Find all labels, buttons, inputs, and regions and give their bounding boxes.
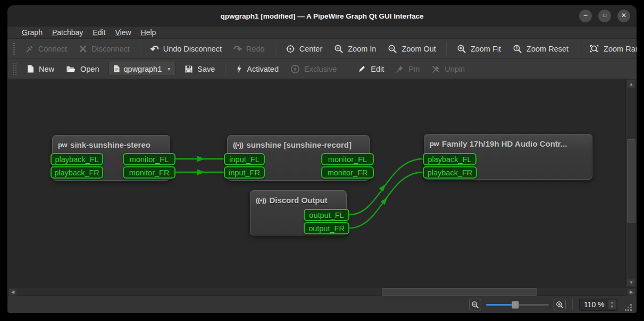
port-monitor-fr[interactable]: monitor_FR (321, 166, 374, 179)
save-button[interactable]: Save (179, 61, 221, 77)
pin-icon (396, 65, 404, 73)
patchbay-canvas[interactable]: pw sink-sunshine-stereo playback_FL play… (8, 79, 636, 287)
unpin-icon (431, 65, 440, 73)
menu-patchbay[interactable]: Patchbay (47, 27, 88, 38)
menu-graph[interactable]: Graph (17, 27, 47, 38)
new-button[interactable]: New (21, 61, 60, 77)
scroll-down-arrow-icon[interactable]: ▼ (626, 278, 636, 286)
port-playback-fl[interactable]: playback_FL (423, 153, 476, 165)
disconnect-label: Disconnect (91, 45, 130, 53)
status-bar: 110 % ▲▼ (7, 296, 637, 313)
scroll-left-arrow-icon[interactable]: ◀ (9, 288, 17, 296)
zoom-fit-button[interactable]: Zoom Fit (451, 41, 507, 57)
close-button[interactable]: ✕ (617, 10, 630, 22)
port-monitor-fl[interactable]: monitor_FL (321, 153, 374, 165)
close-icon: ✕ (621, 12, 626, 19)
undo-icon: ↶ (150, 44, 159, 54)
zoom-reset-icon (513, 44, 522, 54)
menu-edit[interactable]: Edit (88, 27, 110, 38)
port-monitor-fl[interactable]: monitor_FL (123, 153, 175, 165)
app-window: qpwgraph1 [modified] — A PipeWire Graph … (7, 5, 637, 313)
port-playback-fl[interactable]: playback_FL (51, 153, 103, 165)
vertical-scrollbar[interactable]: ▲ ▼ (625, 79, 636, 287)
scroll-up-arrow-icon[interactable]: ▲ (626, 80, 636, 88)
toolbar-separator (347, 63, 347, 75)
connect-label: Connect (38, 45, 67, 53)
zoom-percent-spinbox[interactable]: 110 % ▲▼ (579, 299, 617, 311)
edit-icon (357, 64, 366, 73)
zoom-fit-icon (457, 44, 466, 54)
port-output-fl[interactable]: output_FL (304, 209, 349, 221)
activated-button[interactable]: Activated (230, 61, 285, 77)
menu-view[interactable]: View (110, 27, 136, 38)
zoom-percent-value: 110 % (584, 300, 608, 309)
zoom-out-button[interactable]: Zoom Out (382, 41, 441, 57)
zoom-slider-fill (486, 304, 514, 306)
scroll-right-arrow-icon[interactable]: ▶ (627, 288, 635, 296)
title-bar[interactable]: qpwgraph1 [modified] — A PipeWire Graph … (7, 5, 637, 27)
port-output-fr[interactable]: output_FR (304, 222, 349, 234)
open-button[interactable]: Open (60, 61, 105, 77)
port-monitor-fr[interactable]: monitor_FR (123, 166, 175, 179)
zoom-out-icon (388, 44, 397, 54)
menu-help[interactable]: Help (136, 27, 161, 38)
port-input-fr[interactable]: input_FR (224, 166, 265, 179)
port-playback-fr[interactable]: playback_FR (51, 166, 103, 179)
port-input-fl[interactable]: input_FL (224, 153, 265, 165)
zoom-in-button[interactable]: Zoom In (328, 41, 382, 57)
patchbay-combobox[interactable]: qpwgraph1 ▾ (108, 62, 176, 76)
new-file-icon (27, 64, 35, 73)
spinbox-arrows[interactable]: ▲▼ (608, 300, 616, 309)
connect-button[interactable]: Connect (19, 41, 73, 57)
connect-icon (25, 45, 34, 54)
zoom-slider-handle[interactable] (512, 301, 519, 309)
zoom-reset-button[interactable]: Zoom Reset (507, 41, 574, 57)
graph-area[interactable]: pw sink-sunshine-stereo playback_FL play… (8, 79, 625, 287)
minimize-icon: – (584, 12, 588, 19)
node-title: sunshine [sunshine-record] (246, 140, 352, 149)
spin-down-icon[interactable]: ▼ (610, 305, 614, 309)
node-title: Discord Output (269, 196, 327, 205)
unpin-button[interactable]: Unpin (425, 61, 471, 77)
redo-button[interactable]: ↷ Redo (228, 41, 271, 57)
undo-label: Undo Disconnect (163, 45, 222, 53)
horizontal-scrollbar[interactable]: ◀ ▶ (8, 287, 636, 296)
port-playback-fr[interactable]: playback_FR (423, 166, 477, 179)
zoom-range-label: Zoom Range (604, 45, 637, 53)
toolbar-drag-handle[interactable] (13, 43, 15, 55)
open-label: Open (80, 65, 99, 73)
resize-grip[interactable] (624, 303, 632, 311)
patchbay-combobox-value: qpwgraph1 (124, 65, 162, 73)
edit-button[interactable]: Edit (352, 61, 390, 77)
zoom-fit-label: Zoom Fit (471, 45, 501, 53)
spin-up-icon[interactable]: ▲ (610, 301, 614, 305)
toolbar-patchbay: New Open qpwgraph1 ▾ Save Activated Excl… (7, 59, 637, 79)
node-header: pw sink-sunshine-stereo (53, 136, 170, 149)
minimize-button[interactable]: – (579, 10, 592, 22)
zoom-range-button[interactable]: Zoom Range (583, 41, 637, 57)
undo-disconnect-button[interactable]: ↶ Undo Disconnect (145, 41, 228, 57)
toolbar-drag-handle[interactable] (13, 63, 16, 75)
patchbay-file-icon (113, 65, 120, 73)
broadcast-icon: ((•)) (256, 196, 266, 204)
pin-button[interactable]: Pin (390, 61, 425, 77)
chevron-down-icon: ▾ (168, 66, 170, 72)
new-label: New (39, 65, 54, 73)
zoom-slider[interactable] (486, 300, 549, 309)
save-label: Save (197, 65, 215, 73)
window-controls: – □ ✕ (579, 10, 630, 22)
node-header: pw Family 17h/19h HD Audio Contr... (424, 134, 592, 148)
window-title: qpwgraph1 [modified] — A PipeWire Graph … (220, 12, 423, 20)
statusbar-zoom-out-button[interactable] (469, 299, 481, 310)
vertical-scrollbar-thumb[interactable] (627, 139, 635, 223)
exclusive-button[interactable]: Exclusive (285, 61, 342, 77)
center-button[interactable]: Center (280, 41, 329, 57)
statusbar-zoom-in-button[interactable] (554, 299, 566, 310)
zoom-out-icon (471, 301, 479, 309)
zoom-in-icon (334, 44, 344, 54)
center-icon (286, 44, 295, 54)
toolbar-separator (275, 43, 275, 55)
horizontal-scrollbar-thumb[interactable] (382, 288, 537, 296)
disconnect-button[interactable]: Disconnect (73, 41, 136, 57)
maximize-button[interactable]: □ (598, 10, 611, 22)
